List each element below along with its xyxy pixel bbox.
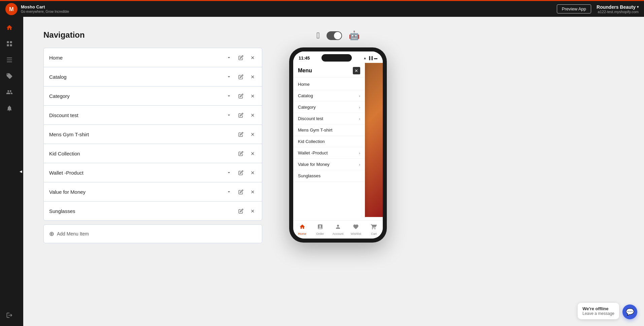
- nav-section: Navigation Home Catalog: [43, 30, 262, 313]
- menu-chevron-icon: ›: [359, 117, 360, 121]
- nav-list: Home Catalog: [43, 48, 262, 220]
- logo-area: M Mosho Cart Go everywhere, Grow Incredi…: [5, 3, 69, 15]
- phone-menu-nav-item[interactable]: Home: [293, 79, 365, 90]
- nav-item-actions: [237, 150, 257, 157]
- phone-status-bar: 11:45 ▲ ▐▐ ▬: [293, 51, 383, 63]
- nav-item-expand-button[interactable]: [225, 53, 233, 62]
- nav-item-edit-button[interactable]: [237, 54, 245, 62]
- android-platform-icon[interactable]: 🤖: [349, 30, 360, 41]
- phone-menu-nav-item[interactable]: Kid Collection: [293, 136, 365, 147]
- phone-menu-nav-item[interactable]: Value for Money ›: [293, 159, 365, 170]
- nav-list-item: Discount test: [43, 105, 262, 125]
- nav-item-edit-button[interactable]: [237, 207, 245, 215]
- phone-nav-cart[interactable]: Cart: [365, 224, 383, 236]
- nav-item-label: Wallet -Product: [49, 170, 83, 176]
- sidebar: [0, 17, 19, 326]
- nav-item-delete-button[interactable]: [249, 54, 257, 62]
- add-menu-label: Add Menu Item: [57, 231, 89, 237]
- phone-menu-item-label: Sunglasses: [298, 173, 320, 178]
- nav-item-delete-button[interactable]: [249, 169, 257, 177]
- battery-icon: ▬: [374, 56, 377, 60]
- store-caret-icon[interactable]: ▾: [637, 5, 639, 9]
- nav-item-expand-button[interactable]: [225, 92, 233, 100]
- phone-menu-nav-item[interactable]: Wallet -Product ›: [293, 147, 365, 159]
- account-nav-icon: [335, 224, 341, 231]
- nav-item-edit-button[interactable]: [237, 92, 245, 100]
- top-header: M Mosho Cart Go everywhere, Grow Incredi…: [0, 0, 644, 17]
- nav-list-item: Home: [43, 48, 262, 67]
- sidebar-item-list[interactable]: [3, 53, 16, 67]
- apple-platform-icon[interactable]: : [316, 30, 320, 41]
- nav-item-edit-button[interactable]: [237, 188, 245, 196]
- content-area: Navigation Home Catalog: [23, 17, 644, 326]
- nav-item-edit-button[interactable]: [237, 73, 245, 81]
- nav-item-actions: [225, 53, 257, 62]
- store-url: a122-test.myshopify.com: [597, 10, 639, 14]
- nav-item-delete-button[interactable]: [249, 207, 257, 215]
- phone-menu-overlay: Menu ✕ Home Catalog › Category › Discoun…: [293, 63, 365, 217]
- phone-menu-items: Home Catalog › Category › Discount test …: [293, 77, 365, 183]
- nav-item-edit-button[interactable]: [237, 111, 245, 119]
- phone-content: Menu ✕ Home Catalog › Category › Discoun…: [293, 63, 383, 217]
- menu-chevron-icon: ›: [359, 94, 360, 98]
- nav-item-actions: [225, 73, 257, 81]
- phone-screen: 11:45 ▲ ▐▐ ▬: [293, 51, 383, 239]
- nav-item-actions: [237, 131, 257, 138]
- nav-item-delete-button[interactable]: [249, 131, 257, 138]
- phone-nav-wishlist[interactable]: Wishlist: [347, 224, 365, 236]
- page-title: Navigation: [43, 30, 262, 40]
- chat-open-button[interactable]: 💬: [622, 304, 637, 319]
- nav-item-label: Home: [49, 55, 63, 61]
- nav-item-edit-button[interactable]: [237, 169, 245, 177]
- phone-nav-home[interactable]: Home: [293, 224, 311, 236]
- phone-nav-order[interactable]: Order: [311, 224, 329, 236]
- nav-item-actions: [225, 188, 257, 196]
- nav-item-edit-button[interactable]: [237, 131, 245, 138]
- nav-item-expand-button[interactable]: [225, 73, 233, 81]
- toggle-knob: [334, 32, 341, 39]
- nav-item-actions: [225, 111, 257, 119]
- sidebar-item-tag[interactable]: [3, 69, 16, 83]
- phone-notch: [321, 54, 352, 62]
- sidebar-item-logout[interactable]: [3, 309, 16, 322]
- nav-item-expand-button[interactable]: [225, 169, 233, 177]
- nav-item-expand-button[interactable]: [225, 188, 233, 196]
- nav-item-delete-button[interactable]: [249, 92, 257, 100]
- nav-item-delete-button[interactable]: [249, 150, 257, 157]
- nav-item-label: Sunglasses: [49, 208, 75, 214]
- sidebar-item-users[interactable]: [3, 85, 16, 99]
- signal-icon: ▐▐: [368, 56, 373, 60]
- nav-item-label: Discount test: [49, 112, 78, 118]
- phone-menu-nav-item[interactable]: Sunglasses: [293, 170, 365, 182]
- platform-toggle[interactable]: [327, 31, 342, 40]
- phone-menu-nav-item[interactable]: Catalog ›: [293, 90, 365, 102]
- nav-item-edit-button[interactable]: [237, 150, 245, 157]
- nav-item-label: Mens Gym T-shirt: [49, 132, 89, 137]
- nav-item-actions: [225, 92, 257, 100]
- phone-menu-nav-item[interactable]: Discount test ›: [293, 113, 365, 124]
- nav-item-delete-button[interactable]: [249, 111, 257, 119]
- nav-item-label: Category: [49, 93, 70, 99]
- phone-nav-account[interactable]: Account: [329, 224, 347, 236]
- sidebar-item-grid[interactable]: [3, 37, 16, 50]
- menu-chevron-icon: ›: [359, 151, 360, 155]
- order-nav-icon: [317, 224, 323, 231]
- phone-menu-nav-item[interactable]: Category ›: [293, 102, 365, 113]
- sidebar-item-home[interactable]: [3, 21, 16, 34]
- phone-menu-close-button[interactable]: ✕: [353, 67, 360, 74]
- sidebar-item-bell[interactable]: [3, 102, 16, 115]
- phone-menu-nav-item[interactable]: Mens Gym T-shirt: [293, 124, 365, 136]
- header-right: Preview App Rounders Beauty ▾ a122-test.…: [557, 4, 639, 14]
- nav-list-item: Value for Money: [43, 182, 262, 202]
- preview-app-button[interactable]: Preview App: [557, 4, 591, 13]
- nav-item-delete-button[interactable]: [249, 73, 257, 81]
- platform-icons:  🤖: [316, 30, 360, 41]
- sidebar-collapse-tab[interactable]: ◀: [19, 17, 23, 326]
- nav-item-expand-button[interactable]: [225, 111, 233, 119]
- nav-item-delete-button[interactable]: [249, 188, 257, 196]
- chat-offline-text: We're offline: [582, 306, 614, 311]
- main-layout: ◀ Navigation Home Catalog: [0, 17, 644, 326]
- add-menu-item-button[interactable]: ⊕ Add Menu Item: [43, 224, 262, 243]
- store-info: Rounders Beauty ▾ a122-test.myshopify.co…: [597, 4, 639, 14]
- nav-list-item: Mens Gym T-shirt: [43, 124, 262, 144]
